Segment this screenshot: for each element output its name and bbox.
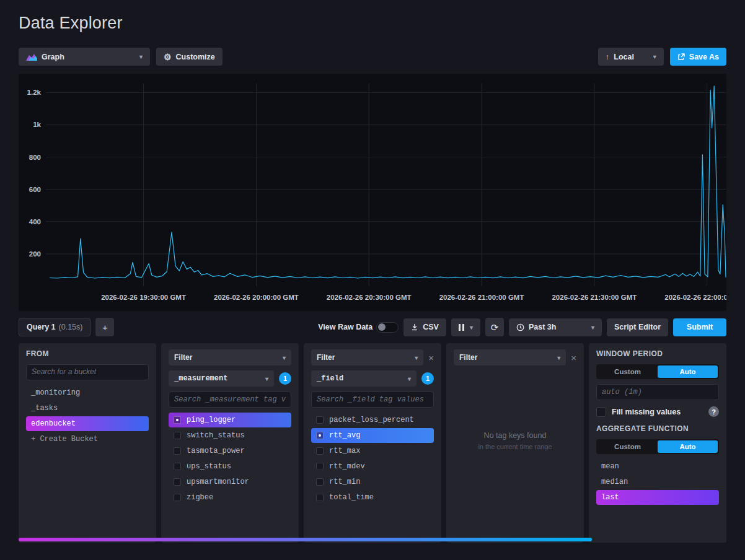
toggle-knob xyxy=(378,323,386,331)
aggregate-header: AGGREGATE FUNCTION xyxy=(596,424,719,433)
measurement-item[interactable]: zigbee xyxy=(169,490,291,505)
field-search-input[interactable] xyxy=(311,392,434,408)
timezone-dropdown[interactable]: ↑ Local ▾ xyxy=(598,48,664,66)
field-item[interactable]: rtt_min xyxy=(311,475,434,489)
measurement-item-selected[interactable]: ping_logger xyxy=(169,413,291,427)
bucket-search-input[interactable] xyxy=(26,364,149,380)
filter-header-row: Filter ▾ × xyxy=(454,349,576,365)
chevron-down-icon: ▾ xyxy=(470,324,473,331)
measurement-item[interactable]: ups_status xyxy=(169,459,291,474)
aggregate-function-item[interactable]: median xyxy=(596,475,719,489)
save-as-label: Save As xyxy=(689,53,719,61)
bucket-item[interactable]: _monitoring xyxy=(26,385,149,400)
filter-key-row: _measurement ▾ 1 xyxy=(169,370,291,387)
field-item[interactable]: rtt_mdev xyxy=(311,459,434,474)
filter-type-label: Filter xyxy=(317,353,335,362)
svg-text:2026-02-26 22:00:00 GMT: 2026-02-26 22:00:00 GMT xyxy=(664,294,726,301)
selected-count-badge: 1 xyxy=(421,372,434,385)
submit-button[interactable]: Submit xyxy=(673,318,726,336)
auto-mode-button[interactable]: Auto xyxy=(658,365,718,378)
custom-mode-button[interactable]: Custom xyxy=(597,365,658,378)
window-period-header: WINDOW PERIOD xyxy=(596,349,719,358)
svg-text:1.2k: 1.2k xyxy=(27,89,42,96)
line-chart-canvas[interactable]: 2004006008001k1.2k2026-02-26 19:30:00 GM… xyxy=(19,74,726,311)
script-editor-button[interactable]: Script Editor xyxy=(607,318,668,336)
chart-panel: 2004006008001k1.2k2026-02-26 19:30:00 GM… xyxy=(19,74,726,311)
selected-count-badge: 1 xyxy=(279,372,291,385)
measurement-search-input[interactable] xyxy=(169,392,291,408)
csv-download-button[interactable]: CSV xyxy=(403,318,446,336)
help-icon[interactable]: ? xyxy=(708,406,719,417)
field-item-selected[interactable]: rtt_avg xyxy=(311,428,434,443)
field-label: rtt_min xyxy=(329,478,360,486)
field-label: total_time xyxy=(329,493,374,502)
chevron-down-icon: ▾ xyxy=(265,375,268,382)
query-builder: FROM _monitoring _tasks edenbucket + Cre… xyxy=(19,343,726,543)
graph-type-label: Graph xyxy=(42,53,64,61)
tag-key-dropdown[interactable]: _measurement ▾ xyxy=(169,370,274,387)
measurement-label: tasmota_power xyxy=(187,447,245,455)
filter-type-dropdown[interactable]: Filter ▾ xyxy=(454,349,566,365)
filter-key-row: _field ▾ 1 xyxy=(311,370,434,387)
svg-text:400: 400 xyxy=(29,218,41,225)
add-query-button[interactable]: + xyxy=(95,318,114,336)
bucket-item-selected[interactable]: edenbucket xyxy=(26,416,149,431)
custom-mode-button[interactable]: Custom xyxy=(597,440,658,453)
chevron-down-icon: ▾ xyxy=(283,354,286,361)
measurement-label: ups_status xyxy=(187,462,231,471)
horizontal-scrollbar[interactable] xyxy=(19,538,592,541)
clock-icon xyxy=(516,323,524,331)
customize-label: Customize xyxy=(176,53,215,61)
query-tab-1[interactable]: Query 1 (0.15s) xyxy=(19,318,90,336)
field-item[interactable]: total_time xyxy=(311,490,434,505)
fill-missing-checkbox[interactable] xyxy=(596,407,606,417)
tag-key-label: _measurement xyxy=(174,374,227,383)
measurement-item[interactable]: tasmota_power xyxy=(169,444,291,458)
query-duration: (0.15s) xyxy=(59,323,83,331)
checkbox-checked-icon xyxy=(174,416,181,424)
checkbox-icon xyxy=(316,416,324,424)
query-tab-label: Query 1 xyxy=(27,323,56,331)
field-label: rtt_avg xyxy=(329,431,360,440)
filter-type-dropdown[interactable]: Filter ▾ xyxy=(169,349,291,365)
chevron-down-icon: ▾ xyxy=(415,354,418,361)
pause-button[interactable]: ▾ xyxy=(451,318,480,336)
filter-empty-panel: Filter ▾ × No tag keys found in the curr… xyxy=(446,343,584,543)
filter-type-dropdown[interactable]: Filter ▾ xyxy=(311,349,423,365)
close-icon[interactable]: × xyxy=(571,353,576,362)
chevron-down-icon: ▾ xyxy=(557,354,560,361)
field-item[interactable]: rtt_max xyxy=(311,444,434,458)
field-label: rtt_max xyxy=(329,447,360,455)
measurement-item[interactable]: upsmartmonitor xyxy=(169,475,291,489)
time-range-dropdown[interactable]: Past 3h ▾ xyxy=(509,318,602,336)
chevron-down-icon: ▾ xyxy=(591,324,594,331)
auto-mode-button[interactable]: Auto xyxy=(658,440,718,453)
view-raw-data-toggle[interactable] xyxy=(376,322,399,333)
from-panel: FROM _monitoring _tasks edenbucket + Cre… xyxy=(19,343,156,543)
svg-text:800: 800 xyxy=(29,154,41,161)
graph-type-dropdown[interactable]: Graph ▾ xyxy=(19,48,150,66)
refresh-button[interactable]: ⟳ xyxy=(485,318,504,336)
field-label: packet_loss_percent xyxy=(329,416,414,424)
svg-text:2026-02-26 20:30:00 GMT: 2026-02-26 20:30:00 GMT xyxy=(327,294,412,301)
filter-measurement-panel: Filter ▾ _measurement ▾ 1 ping_logger sw… xyxy=(161,343,299,543)
aggregate-function-item-selected[interactable]: last xyxy=(596,490,719,505)
aggregate-function-item[interactable]: mean xyxy=(596,459,719,474)
filter-type-label: Filter xyxy=(459,353,477,362)
checkbox-icon xyxy=(174,494,181,501)
window-period-input[interactable] xyxy=(596,384,719,400)
export-icon xyxy=(677,53,685,61)
chevron-down-icon: ▾ xyxy=(408,375,411,382)
create-bucket-link[interactable]: + Create Bucket xyxy=(26,432,149,447)
pause-icon xyxy=(459,324,464,331)
query-toolbar: Query 1 (0.15s) + View Raw Data CSV ▾ ⟳ xyxy=(19,317,726,337)
checkbox-checked-icon xyxy=(316,432,324,439)
empty-title: No tag keys found xyxy=(484,431,547,440)
bucket-item[interactable]: _tasks xyxy=(26,401,149,416)
customize-button[interactable]: ⚙ Customize xyxy=(156,48,223,66)
field-item[interactable]: packet_loss_percent xyxy=(311,413,434,427)
tag-key-dropdown[interactable]: _field ▾ xyxy=(311,370,417,387)
measurement-item[interactable]: switch_status xyxy=(169,428,291,443)
close-icon[interactable]: × xyxy=(428,353,434,362)
save-as-button[interactable]: Save As xyxy=(670,48,726,66)
